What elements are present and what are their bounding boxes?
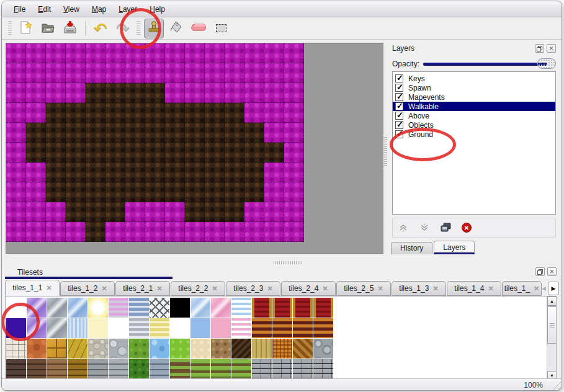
map-tile[interactable] [6,222,26,242]
map-tile[interactable] [225,222,244,242]
layer-row-spawn[interactable]: Spawn [393,83,555,92]
map-tile[interactable] [105,43,125,63]
map-tile[interactable] [244,222,264,242]
map-tile[interactable] [26,222,46,242]
map-tile[interactable] [225,143,244,163]
map-tile[interactable] [125,103,145,123]
map-tile[interactable] [66,83,86,103]
palette-tile-grassRows[interactable] [211,359,231,379]
map-tile[interactable] [105,123,125,143]
layer-visibility-checkbox[interactable] [395,84,403,92]
map-tile[interactable] [105,182,125,202]
palette-grid[interactable] [6,298,333,379]
map-tile[interactable] [86,202,105,222]
map-tile[interactable] [264,143,284,163]
close-panel-button[interactable]: ✕ [547,267,557,276]
map-tile[interactable] [185,103,205,123]
palette-tile-glassGray[interactable] [47,298,67,318]
palette-tile-woodStripes[interactable] [272,318,292,338]
map-tile[interactable] [284,222,304,242]
tileset-tab-tiles_1_4[interactable]: tiles_1_4✕ [447,281,501,296]
tileset-tab-tiles_1_2[interactable]: tiles_1_2✕ [60,281,115,296]
undo-button[interactable]: ↶ [91,19,110,38]
palette-tile-glassBlue[interactable] [68,298,87,318]
palette-tile-stripesYellow[interactable] [150,318,169,338]
map-tile[interactable] [46,202,66,222]
map-tile[interactable] [105,222,125,242]
resize-grip[interactable] [550,380,561,391]
palette-tile-logsGray[interactable] [313,339,333,359]
map-tile[interactable] [26,83,46,103]
map-tile[interactable] [165,103,185,123]
map-tile[interactable] [26,202,46,222]
palette-tile-water[interactable] [150,339,169,359]
map-tile[interactable] [26,43,46,63]
map-tile[interactable] [284,83,304,103]
map-tile[interactable] [145,222,165,242]
close-tab-icon[interactable]: ✕ [488,285,493,293]
map-tile[interactable] [284,143,304,163]
map-tile[interactable] [284,182,304,202]
palette-tile-wallBrown[interactable] [27,359,47,379]
map-tile[interactable] [205,163,225,182]
map-tile[interactable] [26,182,46,202]
menu-edit[interactable]: Edit [32,3,56,16]
map-tile[interactable] [225,202,244,222]
menu-file[interactable]: File [8,3,31,16]
map-tile[interactable] [105,202,125,222]
tileset-tab-tiles_1_3[interactable]: tiles_1_3✕ [392,281,446,296]
scrollbar-thumb[interactable] [547,306,557,344]
duplicate-layer-button[interactable] [439,221,452,234]
map-tile[interactable] [145,63,165,83]
map-tile[interactable] [86,222,105,242]
map-tile[interactable] [244,63,264,83]
redo-button[interactable]: ↷ [113,19,133,38]
palette-tile-grassBright[interactable] [170,339,190,359]
palette-tile-hedge[interactable] [129,359,149,379]
palette-tile-carpetRed[interactable] [293,298,313,318]
map-tile[interactable] [46,163,66,182]
palette-tile-brickGray2[interactable] [252,359,272,379]
map-tile[interactable] [264,103,284,123]
scroll-tabs-left-button[interactable]: ◀ [540,282,548,295]
tileset-tab-tiles_1_1[interactable]: tiles_1_1✕ [5,280,60,296]
move-layer-up-button[interactable] [396,221,410,234]
close-tab-icon[interactable]: ✕ [212,285,217,293]
map-tile[interactable] [105,103,125,123]
move-layer-down-button[interactable] [418,221,431,234]
close-tab-icon[interactable]: ✕ [46,284,51,292]
new-map-button[interactable] [16,19,35,38]
map-tile[interactable] [66,202,86,222]
map-tile[interactable] [225,182,244,202]
map-tile[interactable] [205,123,225,143]
palette-tile-dirtSpeckled[interactable] [211,339,231,359]
save-map-button[interactable] [60,19,80,38]
map-tile[interactable] [205,103,225,123]
palette-tile-brickGray[interactable] [109,359,128,379]
map-tile[interactable] [205,182,225,202]
map-tile[interactable] [264,63,284,83]
map-tile[interactable] [26,103,46,123]
map-tile[interactable] [205,43,225,63]
map-tile[interactable] [66,222,86,242]
map-tile[interactable] [284,163,304,182]
map-tile[interactable] [284,43,304,63]
palette-tile-glassPurple[interactable] [27,318,47,338]
palette-tile-stripesBlueWhite[interactable] [231,298,251,318]
map-tile[interactable] [46,143,66,163]
map-tile[interactable] [26,123,46,143]
map-tile[interactable] [165,163,185,182]
map-tile[interactable] [244,202,264,222]
palette-tile-empty[interactable] [170,318,190,338]
palette-tile-herringbone[interactable] [293,339,313,359]
palette-tile-glassGray[interactable] [47,318,67,338]
palette-tile-lattice[interactable] [150,298,169,318]
map-tile[interactable] [145,163,165,182]
map-tile[interactable] [205,83,225,103]
map-tile[interactable] [185,63,205,83]
map-tile[interactable] [86,43,105,63]
palette-tile-glassLtBlue[interactable] [190,298,210,318]
select-tool-button[interactable] [211,19,231,38]
tileset-tab-tiles_2_3[interactable]: tiles_2_3✕ [226,281,280,296]
map-tile[interactable] [244,143,264,163]
